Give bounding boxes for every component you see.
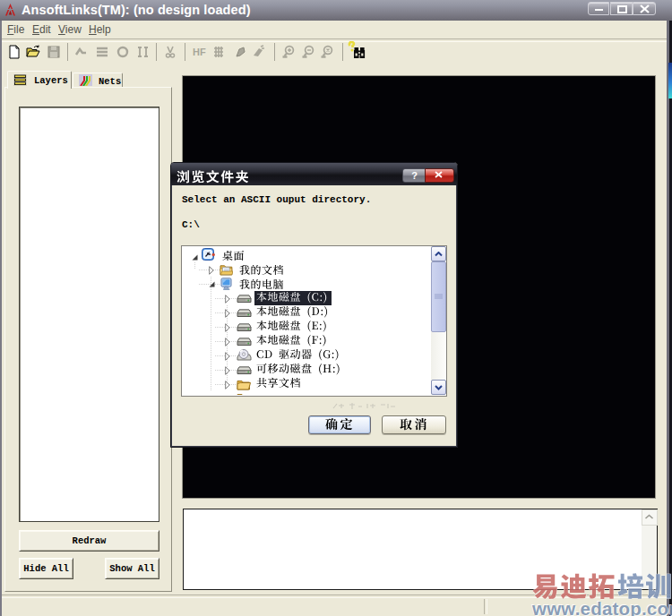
- svg-text:HF: HF: [193, 47, 206, 57]
